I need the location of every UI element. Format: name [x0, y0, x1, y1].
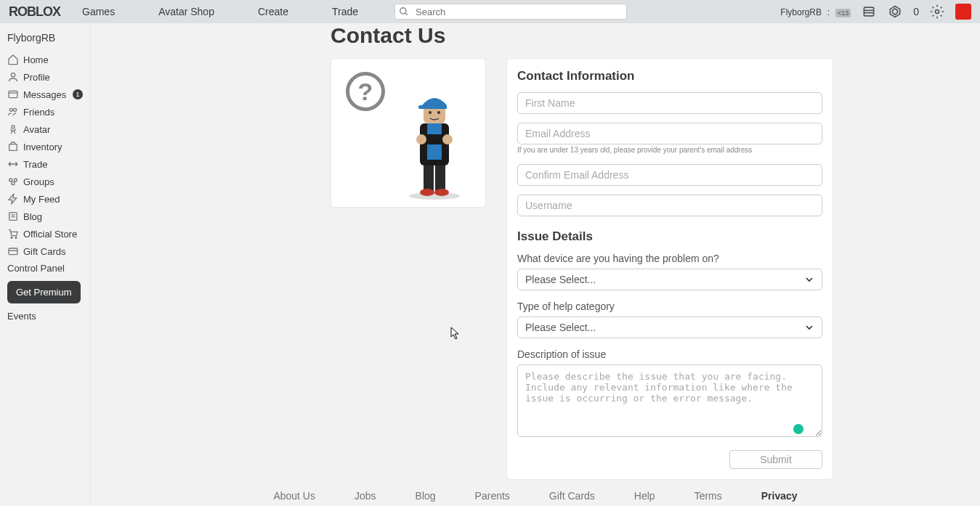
svg-point-12: [14, 108, 17, 111]
sidebar-item-store[interactable]: Official Store: [0, 225, 90, 242]
svg-rect-26: [424, 163, 434, 192]
sidebar-item-avatar[interactable]: Avatar: [0, 121, 90, 138]
category-label: Type of help category: [517, 301, 822, 312]
chevron-down-icon: [803, 322, 815, 333]
feed-icon: [7, 193, 19, 205]
robux-icon[interactable]: [887, 4, 903, 20]
footer-privacy[interactable]: Privacy: [761, 490, 798, 502]
sidebar-item-home[interactable]: Home: [0, 51, 90, 68]
svg-line-1: [405, 13, 408, 15]
sidebar-label: Blog: [23, 211, 42, 222]
sidebar-item-friends[interactable]: Friends: [0, 103, 90, 121]
footer-about[interactable]: About Us: [273, 490, 315, 502]
footer-terms[interactable]: Terms: [694, 490, 722, 502]
confirm-email-input[interactable]: [517, 164, 822, 186]
chevron-down-icon: [803, 274, 815, 285]
inventory-icon: [7, 141, 19, 152]
illustration-card: ?: [331, 58, 486, 208]
trade-icon: [7, 158, 19, 170]
nav-links: Games Avatar Shop Create Trade: [82, 6, 358, 17]
svg-point-22: [15, 237, 17, 238]
svg-point-15: [9, 179, 12, 181]
blog-icon: [7, 211, 19, 222]
username-display[interactable]: FlyborgRB : <13: [780, 5, 851, 18]
svg-point-38: [437, 111, 440, 114]
nav-avatar-shop[interactable]: Avatar Shop: [158, 6, 214, 17]
svg-rect-27: [435, 163, 445, 192]
svg-rect-23: [9, 248, 17, 255]
email-hint: If you are under 13 years old, please pr…: [517, 146, 822, 154]
submit-button[interactable]: Submit: [729, 450, 822, 469]
footer-parents[interactable]: Parents: [475, 490, 510, 502]
svg-point-8: [11, 73, 15, 77]
category-select-value: Please Select...: [517, 317, 822, 338]
svg-rect-14: [9, 144, 17, 151]
device-select-value: Please Select...: [517, 269, 822, 290]
svg-point-28: [420, 189, 434, 196]
settings-icon[interactable]: [929, 4, 945, 20]
svg-point-21: [11, 237, 12, 238]
sidebar-item-profile[interactable]: Profile: [0, 68, 90, 86]
device-label: What device are you having the problem o…: [517, 253, 822, 264]
alert-icon[interactable]: [955, 4, 971, 20]
nav-games[interactable]: Games: [82, 6, 115, 17]
notifications-icon[interactable]: [861, 4, 877, 20]
svg-point-13: [12, 126, 15, 128]
question-mark-icon: ?: [346, 72, 385, 111]
description-label: Description of issue: [517, 348, 822, 360]
svg-point-16: [14, 179, 17, 181]
sidebar-item-myfeed[interactable]: My Feed: [0, 190, 90, 208]
category-select[interactable]: Please Select...: [517, 317, 822, 338]
svg-marker-5: [891, 7, 900, 17]
logo[interactable]: ROBLOX: [9, 4, 60, 20]
issue-details-heading: Issue Details: [517, 229, 822, 244]
nav-trade[interactable]: Trade: [332, 6, 358, 17]
sidebar-control-panel[interactable]: Control Panel: [0, 260, 90, 277]
get-premium-button[interactable]: Get Premium: [7, 281, 81, 303]
avatar-illustration: [398, 76, 471, 200]
sidebar-events[interactable]: Events: [0, 308, 90, 325]
content-row: ?: [331, 58, 980, 480]
sidebar-label: Official Store: [23, 229, 77, 240]
age-badge: <13: [835, 9, 851, 17]
first-name-input[interactable]: [517, 92, 822, 114]
sidebar-username[interactable]: FlyborgRB: [0, 28, 90, 48]
description-wrap: [517, 364, 822, 450]
svg-point-37: [429, 111, 432, 114]
svg-rect-9: [9, 91, 17, 97]
sidebar-item-trade[interactable]: Trade: [0, 155, 90, 173]
footer-jobs[interactable]: Jobs: [355, 490, 376, 502]
username-input[interactable]: [517, 195, 822, 216]
home-icon: [7, 54, 19, 65]
sidebar-label: Messages: [23, 89, 66, 100]
footer-help[interactable]: Help: [634, 490, 655, 502]
search-input[interactable]: [394, 4, 627, 20]
svg-point-29: [434, 189, 449, 196]
robux-count: 0: [913, 6, 919, 17]
svg-point-0: [400, 8, 406, 14]
svg-point-25: [409, 192, 460, 200]
grammarly-icon[interactable]: [792, 423, 805, 436]
sidebar-item-blog[interactable]: Blog: [0, 208, 90, 225]
sidebar-item-groups[interactable]: Groups: [0, 173, 90, 190]
sidebar-item-giftcards[interactable]: Gift Cards: [0, 242, 90, 260]
sidebar-label: Inventory: [23, 142, 62, 152]
search-icon: [399, 7, 409, 17]
footer-giftcards[interactable]: Gift Cards: [549, 490, 595, 502]
svg-point-17: [12, 182, 15, 185]
device-select[interactable]: Please Select...: [517, 269, 822, 290]
email-input[interactable]: [517, 123, 822, 144]
sidebar-label: Home: [23, 54, 49, 65]
avatar-icon: [7, 123, 19, 135]
sidebar-label: Groups: [23, 176, 54, 187]
svg-point-11: [9, 108, 12, 111]
nav-create[interactable]: Create: [258, 6, 288, 17]
svg-rect-36: [418, 105, 429, 109]
sidebar-item-inventory[interactable]: Inventory: [0, 138, 90, 155]
footer-blog[interactable]: Blog: [416, 490, 436, 502]
page-title: Contact Us: [331, 23, 980, 48]
nav-right: FlyborgRB : <13 0: [780, 4, 971, 20]
description-textarea[interactable]: [517, 364, 822, 437]
svg-point-33: [416, 134, 426, 144]
sidebar-item-messages[interactable]: Messages 1: [0, 86, 90, 103]
